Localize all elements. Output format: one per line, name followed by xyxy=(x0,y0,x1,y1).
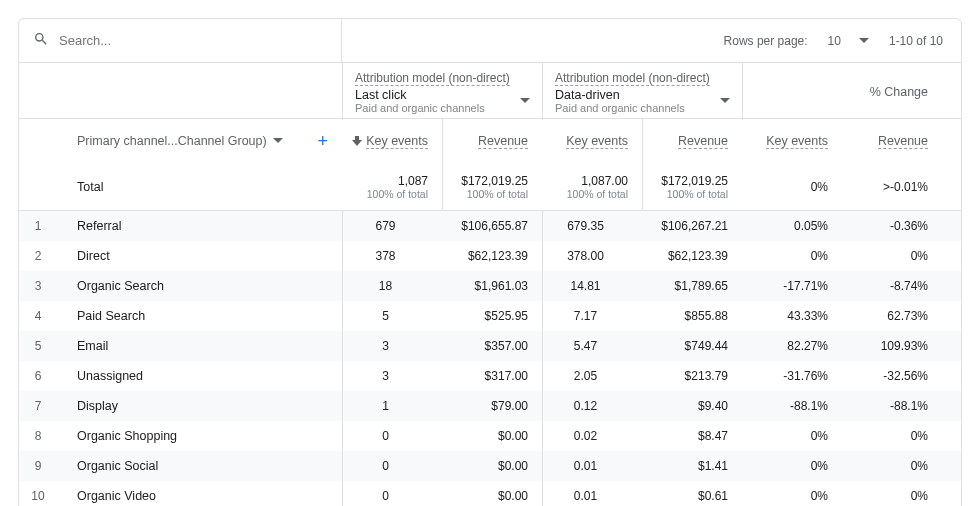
table-row[interactable]: 8Organic Shopping0$0.000.02$8.470%0% xyxy=(19,421,961,451)
a-revenue: $79.00 xyxy=(442,399,542,413)
table-row[interactable]: 1Referral679$106,655.87679.35$106,267.21… xyxy=(19,211,961,241)
b-revenue: $855.88 xyxy=(642,309,742,323)
col-c-key-events[interactable]: Key events xyxy=(742,134,842,149)
model-segment-b[interactable]: Attribution model (non-direct) Data-driv… xyxy=(542,63,742,120)
b-key-events: 14.81 xyxy=(542,271,642,301)
a-revenue: $106,655.87 xyxy=(442,219,542,233)
search-icon xyxy=(33,31,49,50)
channel-name: Organic Video xyxy=(57,489,342,503)
arrow-down-icon xyxy=(352,136,362,146)
table-row[interactable]: 9Organic Social0$0.000.01$1.410%0% xyxy=(19,451,961,481)
b-revenue: $62,123.39 xyxy=(642,249,742,263)
b-revenue: $9.40 xyxy=(642,399,742,413)
report-panel: Rows per page: 10 1-10 of 10 Attribution… xyxy=(18,18,962,506)
row-index: 1 xyxy=(19,219,57,233)
c-revenue: -32.56% xyxy=(842,369,942,383)
a-key-events: 1 xyxy=(342,391,442,421)
b-key-events: 679.35 xyxy=(542,211,642,241)
c-key-events: 0% xyxy=(742,429,842,443)
chevron-down-icon xyxy=(859,36,869,46)
c-revenue: 0% xyxy=(842,429,942,443)
b-revenue: $749.44 xyxy=(642,339,742,353)
dimension-picker[interactable]: Primary channel...Channel Group) xyxy=(77,134,283,148)
total-a-key: 1,087 xyxy=(398,174,428,188)
rows-per-page-select[interactable]: 10 xyxy=(822,30,875,52)
a-key-events: 3 xyxy=(342,361,442,391)
rows-per-page-label: Rows per page: xyxy=(724,34,808,48)
c-key-events: 0% xyxy=(742,249,842,263)
channel-name: Paid Search xyxy=(57,309,342,323)
c-revenue: 0% xyxy=(842,459,942,473)
table-row[interactable]: 3Organic Search18$1,961.0314.81$1,789.65… xyxy=(19,271,961,301)
a-key-events: 0 xyxy=(342,451,442,481)
c-key-events: -17.71% xyxy=(742,279,842,293)
row-index: 6 xyxy=(19,369,57,383)
row-index: 9 xyxy=(19,459,57,473)
b-key-events: 5.47 xyxy=(542,331,642,361)
chevron-down-icon xyxy=(520,96,530,106)
search-input[interactable] xyxy=(59,33,327,48)
c-key-events: 0.05% xyxy=(742,219,842,233)
table-row[interactable]: 2Direct378$62,123.39378.00$62,123.390%0% xyxy=(19,241,961,271)
pct-change-header: % Change xyxy=(742,63,942,120)
topbar: Rows per page: 10 1-10 of 10 xyxy=(19,19,961,63)
row-index: 2 xyxy=(19,249,57,263)
c-key-events: 0% xyxy=(742,489,842,503)
table-row[interactable]: 5Email3$357.005.47$749.4482.27%109.93% xyxy=(19,331,961,361)
model-segment-a[interactable]: Attribution model (non-direct) Last clic… xyxy=(342,63,542,120)
model-b-title: Attribution model (non-direct) xyxy=(555,71,710,86)
metric-header-row: Primary channel...Channel Group) + Key e… xyxy=(19,119,961,163)
channel-name: Organic Search xyxy=(57,279,342,293)
col-b-key-events[interactable]: Key events xyxy=(542,134,642,149)
a-key-events: 3 xyxy=(342,331,442,361)
rows-per-page-value: 10 xyxy=(828,34,841,48)
b-revenue: $106,267.21 xyxy=(642,219,742,233)
chevron-down-icon xyxy=(720,96,730,106)
b-key-events: 378.00 xyxy=(542,241,642,271)
c-revenue: 109.93% xyxy=(842,339,942,353)
table-row[interactable]: 10Organic Video0$0.000.01$0.610%0% xyxy=(19,481,961,506)
model-a-name: Last click xyxy=(355,88,485,102)
c-revenue: 0% xyxy=(842,249,942,263)
add-dimension-button[interactable]: + xyxy=(317,131,328,152)
channel-name: Display xyxy=(57,399,342,413)
table-row[interactable]: 6Unassigned3$317.002.05$213.79-31.76%-32… xyxy=(19,361,961,391)
dimension-label: Primary channel...Channel Group) xyxy=(77,134,267,148)
total-c-rev: >-0.01% xyxy=(883,180,928,194)
page-range: 1-10 of 10 xyxy=(889,34,943,48)
a-revenue: $1,961.03 xyxy=(442,279,542,293)
dimension-header: Primary channel...Channel Group) + xyxy=(19,119,342,163)
data-rows: 1Referral679$106,655.87679.35$106,267.21… xyxy=(19,211,961,506)
col-a-revenue[interactable]: Revenue xyxy=(442,119,542,163)
a-revenue: $0.00 xyxy=(442,429,542,443)
pager: Rows per page: 10 1-10 of 10 xyxy=(724,30,961,52)
a-revenue: $317.00 xyxy=(442,369,542,383)
model-b-name: Data-driven xyxy=(555,88,685,102)
col-a-key-events[interactable]: Key events xyxy=(342,134,442,149)
a-revenue: $525.95 xyxy=(442,309,542,323)
row-index: 7 xyxy=(19,399,57,413)
chevron-down-icon xyxy=(273,136,283,146)
c-key-events: -88.1% xyxy=(742,399,842,413)
a-key-events: 18 xyxy=(342,271,442,301)
row-index: 4 xyxy=(19,309,57,323)
col-c-revenue[interactable]: Revenue xyxy=(842,134,942,149)
c-key-events: 43.33% xyxy=(742,309,842,323)
channel-name: Referral xyxy=(57,219,342,233)
channel-name: Email xyxy=(57,339,342,353)
b-key-events: 7.17 xyxy=(542,301,642,331)
channel-name: Direct xyxy=(57,249,342,263)
table-row[interactable]: 7Display1$79.000.12$9.40-88.1%-88.1% xyxy=(19,391,961,421)
b-revenue: $1.41 xyxy=(642,459,742,473)
totals-label: Total xyxy=(19,180,342,194)
model-header-row: Attribution model (non-direct) Last clic… xyxy=(19,63,961,119)
table-row[interactable]: 4Paid Search5$525.957.17$855.8843.33%62.… xyxy=(19,301,961,331)
total-c-key: 0% xyxy=(811,180,828,194)
a-revenue: $0.00 xyxy=(442,459,542,473)
c-key-events: 82.27% xyxy=(742,339,842,353)
col-b-revenue[interactable]: Revenue xyxy=(642,119,742,163)
b-key-events: 2.05 xyxy=(542,361,642,391)
b-revenue: $0.61 xyxy=(642,489,742,503)
a-key-events: 679 xyxy=(342,211,442,241)
b-key-events: 0.01 xyxy=(542,451,642,481)
